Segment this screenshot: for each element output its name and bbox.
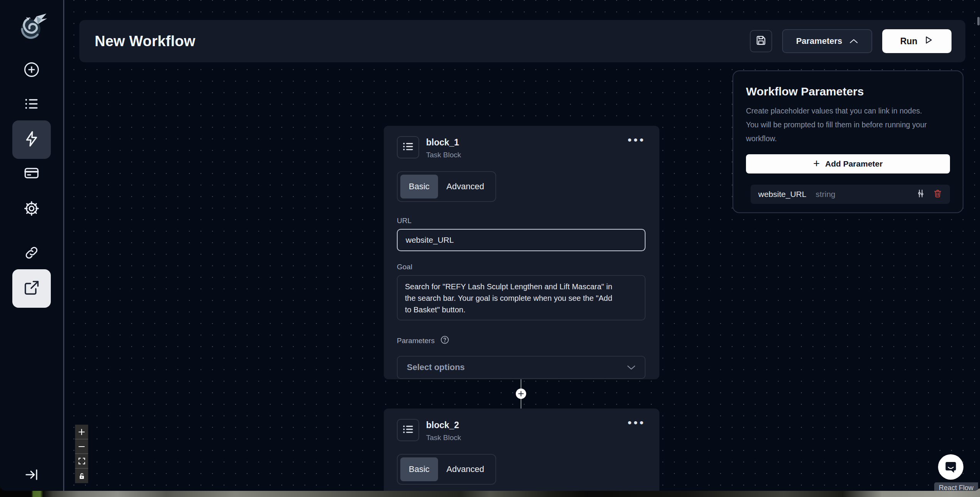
edit-parameter-button[interactable] [916, 189, 925, 200]
zoom-in-button[interactable] [75, 425, 88, 439]
sidebar-collapse-button[interactable] [21, 465, 42, 485]
add-block-button[interactable] [516, 389, 526, 399]
external-link-icon [23, 279, 40, 298]
block-header: block_1 Task Block ••• [397, 136, 646, 159]
link-icon [24, 245, 39, 262]
delete-parameter-button[interactable] [933, 189, 942, 200]
block-parameters-label-text: Parameters [397, 337, 435, 345]
block-titles: block_1 Task Block [426, 136, 461, 159]
block-tabs: Basic Advanced [397, 171, 496, 202]
block-parameters-label: Parameters [397, 335, 646, 347]
task-block-icon-box [397, 419, 419, 441]
play-icon [923, 35, 933, 47]
save-icon [755, 34, 767, 48]
task-block-icon-box [397, 136, 419, 158]
skyvern-logo [15, 10, 48, 44]
sidebar-item-settings[interactable] [19, 197, 44, 222]
sidebar-item-workflows[interactable] [12, 120, 51, 159]
list-icon [23, 96, 40, 113]
credit-card-icon [23, 165, 40, 183]
app-window: New Workflow Parameters [0, 0, 980, 491]
goal-textarea[interactable]: Search for "REFY Lash Sculpt Lengthen an… [397, 275, 646, 320]
zoom-out-button[interactable] [75, 439, 88, 454]
parameters-toggle-button[interactable]: Parameters [782, 29, 872, 53]
add-parameter-button[interactable]: + Add Parameter [746, 154, 950, 173]
lightning-icon [23, 130, 40, 149]
parameters-select[interactable]: Select options [397, 356, 646, 379]
block-header: block_2 Task Block ••• [397, 419, 646, 442]
chat-launcher-button[interactable] [938, 454, 963, 480]
gear-icon [23, 200, 40, 218]
scrollbar-thumb[interactable] [977, 17, 980, 25]
workflow-parameters-panel: Workflow Parameters Create placeholder v… [732, 70, 963, 213]
sidebar-item-billing[interactable] [19, 162, 44, 186]
lock-button[interactable] [75, 469, 88, 483]
minus-icon [78, 443, 85, 450]
run-button[interactable]: Run [882, 29, 952, 53]
tab-advanced[interactable]: Advanced [438, 457, 493, 481]
workflow-header: New Workflow Parameters [79, 20, 965, 62]
arrow-to-bar-icon [23, 467, 40, 484]
block-type-label: Task Block [426, 151, 461, 159]
sidebar-item-runs[interactable] [19, 92, 44, 117]
sidebar-item-integrations[interactable] [19, 241, 44, 266]
url-label: URL [397, 217, 646, 225]
block-tabs: Basic Advanced [397, 454, 496, 485]
select-placeholder: Select options [407, 362, 465, 372]
save-button[interactable] [750, 30, 772, 52]
sidebar-item-open-external[interactable] [12, 269, 51, 308]
fit-view-button[interactable] [75, 454, 88, 469]
plus-circle-icon [23, 61, 40, 80]
url-input[interactable] [397, 229, 646, 251]
header-actions: Parameters Run [750, 29, 952, 53]
plus-icon [78, 429, 85, 435]
chat-bubble-icon [943, 460, 958, 474]
screenshot-root: New Workflow Parameters [0, 0, 980, 497]
parameter-type: string [816, 190, 835, 199]
panel-title: Workflow Parameters [746, 85, 950, 98]
help-icon[interactable] [440, 335, 450, 347]
block-title: block_2 [426, 419, 461, 430]
canvas-controls [75, 425, 88, 483]
page-title: New Workflow [95, 33, 195, 50]
chevron-down-icon [627, 365, 635, 370]
block-type-label: Task Block [426, 434, 461, 442]
parameter-actions [916, 189, 942, 200]
task-block-card-1[interactable]: block_1 Task Block ••• Basic Advanced UR… [384, 126, 659, 379]
parameter-name: website_URL [758, 190, 806, 199]
sidebar-item-create[interactable] [19, 58, 44, 83]
list-icon [401, 423, 415, 437]
fit-view-icon [78, 457, 85, 465]
tab-basic[interactable]: Basic [400, 175, 438, 198]
plus-icon: + [813, 158, 820, 169]
chevron-up-icon [849, 36, 858, 46]
sidebar [0, 0, 63, 491]
unlock-icon [78, 472, 85, 480]
task-block-card-2[interactable]: block_2 Task Block ••• Basic Advanced [384, 409, 659, 491]
block-titles: block_2 Task Block [426, 419, 461, 442]
react-flow-attribution[interactable]: React Flow [934, 482, 978, 491]
parameter-row[interactable]: website_URL string [751, 185, 950, 204]
panel-description: Create placeholder values that you can l… [746, 104, 950, 145]
plus-icon [518, 391, 524, 397]
add-parameter-label: Add Parameter [825, 159, 883, 168]
tab-advanced[interactable]: Advanced [438, 175, 493, 198]
list-icon [401, 140, 415, 155]
goal-label: Goal [397, 263, 646, 271]
block-menu-button[interactable]: ••• [627, 419, 646, 427]
parameters-button-label: Parameters [796, 36, 842, 46]
run-button-label: Run [900, 36, 918, 47]
block-title: block_1 [426, 136, 461, 148]
block-menu-button[interactable]: ••• [627, 136, 646, 144]
tab-basic[interactable]: Basic [400, 457, 438, 481]
